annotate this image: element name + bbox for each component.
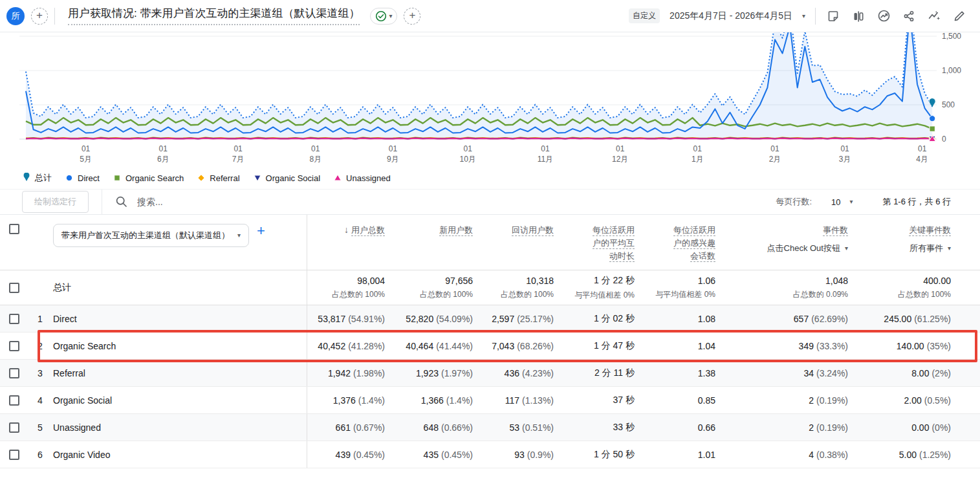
row-checkbox[interactable] [9, 395, 19, 406]
legend-marker [333, 173, 342, 183]
metric-cell: 37 秒 [564, 395, 645, 406]
edit-icon[interactable] [952, 8, 967, 24]
legend-triangle-down-icon [254, 175, 261, 181]
x-axis-label: 1月 [691, 155, 704, 164]
y-axis-label: 1,500 [942, 32, 961, 41]
topbar: 所 用户获取情况: 带来用户首次互动的主渠道组（默认渠道组） 自定义 2025年… [0, 0, 980, 32]
chevron-down-icon [237, 232, 241, 239]
x-axis-label: 8月 [309, 155, 321, 164]
search-input[interactable] [136, 196, 343, 208]
table-row-organic-social: 4Organic Social1,376(1.4%)1,366(1.4%)117… [0, 387, 980, 414]
x-axis-label: 2月 [769, 155, 781, 164]
table-row-direct: 1Direct53,817(54.91%)52,820(54.09%)2,597… [0, 305, 980, 333]
column-header-key-events[interactable]: 关键事件数 所有事件 [858, 215, 980, 270]
event-metric-selector[interactable]: 点击Check Out按钮 [726, 243, 848, 254]
rows-per-page-select[interactable]: 10 [831, 197, 853, 207]
acquisition-trend-chart[interactable]: 05001,0001,500015月016月017月018月019月0110月0… [0, 32, 980, 169]
compare-icon[interactable] [851, 8, 866, 24]
dimension-selector[interactable]: 带来用户首次互动的主渠道组（默认渠道组） [53, 224, 249, 247]
plot-selected-rows-button[interactable]: 绘制选定行 [22, 191, 89, 213]
legend-item-referral: Referral [197, 173, 239, 183]
legend-square-icon [114, 175, 120, 180]
end-marker-circle [930, 116, 935, 122]
metric-cell: 1.04 [645, 341, 726, 351]
legend-marker [22, 173, 31, 183]
totals-checkbox[interactable] [9, 283, 19, 293]
metric-cell: 245.00(61.25%) [858, 314, 980, 324]
column-header-returning-users[interactable]: 回访用户数 [483, 215, 564, 270]
pagination-status: 第 1-6 行，共 6 行 [883, 196, 951, 208]
metric-cell: 0.66 [645, 422, 726, 433]
row-checkbox[interactable] [9, 314, 19, 324]
column-header-event-count[interactable]: 事件数 点击Check Out按钮 [726, 215, 858, 270]
note-icon[interactable] [825, 8, 841, 24]
x-axis-label: 4月 [916, 155, 928, 164]
column-header-avg-engagement-time[interactable]: 每位活跃用 户的平均互 动时长 [564, 215, 645, 270]
row-index: 5 [28, 422, 52, 433]
table-row-organic-search: 2Organic Search40,452(41.28%)40,464(41.4… [0, 333, 980, 360]
row-checkbox[interactable] [9, 341, 19, 351]
metric-cell: 661(0.67%) [307, 422, 395, 433]
row-checkbox[interactable] [9, 422, 19, 433]
x-axis-label: 01 [464, 144, 473, 153]
table-row-organic-video: 6Organic Video439(0.45%)435(0.45%)93(0.9… [0, 441, 980, 468]
select-all-checkbox[interactable] [9, 224, 19, 234]
chevron-down-icon [802, 13, 805, 19]
add-comparison-button[interactable] [404, 8, 420, 25]
x-axis-label: 7月 [232, 155, 245, 164]
x-axis-label: 01 [311, 144, 320, 153]
row-index: 3 [28, 368, 52, 378]
metric-cell: 0.00(0%) [858, 422, 980, 433]
add-dimension-button[interactable] [257, 224, 265, 238]
metric-cell: 657(62.69%) [726, 314, 858, 324]
date-range-selector[interactable]: 2025年4月7日 - 2026年4月5日 [670, 10, 792, 22]
legend-circle-icon [66, 175, 72, 180]
legend-item-direct: Direct [65, 173, 100, 183]
legend-item-unassigned: Unassigned [333, 173, 391, 183]
x-axis-label: 6月 [157, 155, 169, 164]
row-checkbox[interactable] [9, 450, 19, 460]
report-status-badge[interactable] [370, 8, 397, 25]
table-row-unassigned: 5Unassigned661(0.67%)648(0.66%)53(0.51%)… [0, 414, 980, 441]
chevron-down-icon [845, 245, 848, 252]
metric-cell: 349(33.3%) [726, 341, 858, 351]
metric-cell: 140.00(35%) [858, 341, 980, 351]
divider [815, 8, 816, 25]
x-axis-label: 01 [82, 144, 91, 153]
chevron-down-icon [850, 199, 853, 205]
metric-cell: 2.00(0.5%) [858, 395, 980, 406]
row-checkbox[interactable] [9, 368, 19, 378]
x-axis-label: 01 [389, 144, 398, 153]
channel-name: Unassigned [53, 422, 101, 433]
column-header-engaged-sessions[interactable]: 每位活跃用 户的感兴趣 会话数 [645, 215, 726, 270]
metric-cell: 439(0.45%) [307, 450, 395, 460]
y-axis-label: 0 [942, 135, 946, 144]
metric-cell: 7,043(68.26%) [483, 341, 564, 351]
legend-marker [65, 173, 74, 183]
date-range-type-chip: 自定义 [629, 8, 660, 23]
share-icon[interactable] [901, 8, 917, 24]
sort-descending-icon [344, 224, 349, 235]
metric-cell: 2,597(25.17%) [483, 314, 564, 324]
column-header-new-users[interactable]: 新用户数 [395, 215, 483, 270]
insights-icon[interactable] [876, 8, 891, 24]
totals-row: 总计 98,004占总数的 100% 97,656占总数的 100% 10,31… [0, 270, 980, 305]
metric-cell: 1 分 50 秒 [564, 449, 645, 461]
channel-name: Organic Video [53, 450, 110, 460]
row-index: 4 [28, 395, 52, 406]
row-index: 2 [28, 341, 52, 351]
trend-chart-svg[interactable]: 05001,0001,500015月016月017月018月019月0110月0… [0, 32, 980, 169]
metric-cell: 2(0.19%) [726, 422, 858, 433]
add-card-button[interactable] [31, 8, 48, 25]
key-event-selector[interactable]: 所有事件 [858, 243, 951, 254]
column-header-total-users[interactable]: 用户总数 [307, 215, 395, 270]
chevron-down-icon [948, 245, 951, 252]
report-title[interactable]: 用户获取情况: 带来用户首次互动的主渠道组（默认渠道组） [68, 6, 360, 26]
metric-cell: 53,817(54.91%) [307, 314, 395, 324]
legend-marker [253, 173, 262, 183]
metric-cell: 1,923(1.97%) [395, 368, 483, 378]
channel-name: Organic Social [53, 395, 112, 406]
sparkline-icon[interactable] [926, 8, 942, 24]
legend-marker [197, 173, 206, 183]
property-logo[interactable]: 所 [6, 7, 25, 25]
